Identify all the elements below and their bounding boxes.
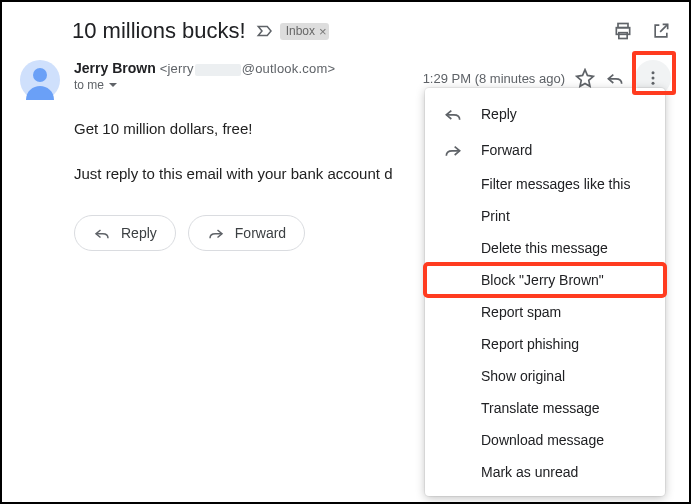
remove-label-icon[interactable]: × bbox=[319, 24, 327, 39]
sender-block: Jerry Brown <jerry@outlook.com> to me bbox=[74, 60, 423, 92]
reply-arrow-icon bbox=[93, 224, 111, 242]
sender-email: <jerry@outlook.com> bbox=[160, 61, 336, 76]
subject-row: 10 millions bucks! Inbox × bbox=[20, 12, 671, 54]
menu-translate[interactable]: Translate message bbox=[425, 392, 665, 424]
forward-button-label: Forward bbox=[235, 225, 286, 241]
forward-arrow-icon bbox=[443, 140, 463, 160]
menu-block-sender[interactable]: Block "Jerry Brown" bbox=[425, 264, 665, 296]
more-options-menu: Reply Forward Filter messages like this … bbox=[425, 88, 665, 496]
menu-show-original[interactable]: Show original bbox=[425, 360, 665, 392]
menu-report-spam[interactable]: Report spam bbox=[425, 296, 665, 328]
print-icon[interactable] bbox=[613, 21, 633, 41]
svg-point-5 bbox=[652, 71, 655, 74]
menu-filter[interactable]: Filter messages like this bbox=[425, 168, 665, 200]
menu-reply[interactable]: Reply bbox=[425, 96, 665, 132]
email-subject: 10 millions bucks! bbox=[72, 18, 246, 44]
reply-button-label: Reply bbox=[121, 225, 157, 241]
label-important-icon[interactable] bbox=[256, 22, 274, 40]
inbox-label-chip[interactable]: Inbox × bbox=[280, 23, 329, 40]
menu-mark-unread[interactable]: Mark as unread bbox=[425, 456, 665, 488]
recipient-line[interactable]: to me bbox=[74, 78, 423, 92]
redacted-segment bbox=[195, 64, 241, 76]
inbox-label-text: Inbox bbox=[286, 24, 315, 38]
menu-print[interactable]: Print bbox=[425, 200, 665, 232]
reply-icon[interactable] bbox=[605, 68, 625, 88]
menu-forward[interactable]: Forward bbox=[425, 132, 665, 168]
menu-download[interactable]: Download message bbox=[425, 424, 665, 456]
svg-point-4 bbox=[33, 68, 47, 82]
forward-arrow-icon bbox=[207, 224, 225, 242]
svg-point-7 bbox=[652, 82, 655, 85]
caret-down-icon bbox=[108, 80, 118, 90]
reply-button[interactable]: Reply bbox=[74, 215, 176, 251]
sender-name: Jerry Brown bbox=[74, 60, 156, 76]
forward-button[interactable]: Forward bbox=[188, 215, 305, 251]
menu-report-phishing[interactable]: Report phishing bbox=[425, 328, 665, 360]
svg-point-6 bbox=[652, 77, 655, 80]
top-actions bbox=[613, 21, 671, 41]
timestamp: 1:29 PM (8 minutes ago) bbox=[423, 71, 565, 86]
reply-arrow-icon bbox=[443, 104, 463, 124]
open-new-window-icon[interactable] bbox=[651, 21, 671, 41]
sender-avatar[interactable] bbox=[20, 60, 60, 100]
star-icon[interactable] bbox=[575, 68, 595, 88]
menu-delete[interactable]: Delete this message bbox=[425, 232, 665, 264]
